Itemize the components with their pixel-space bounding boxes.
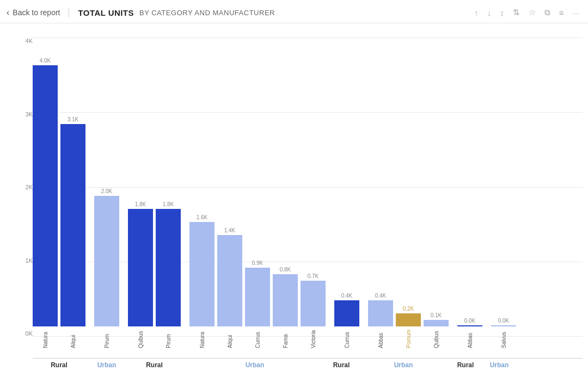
bar-group-14: 0.1K xyxy=(424,312,449,326)
menu-icon[interactable]: ≡ xyxy=(559,8,564,17)
bar-group-5: 1.8K xyxy=(156,201,181,326)
category-label-urban-2: Urban xyxy=(246,361,265,369)
x-label-currus-urban: Currus xyxy=(245,329,270,348)
y-label-1k: 1K xyxy=(26,257,33,264)
bar-group-16: 0.0K xyxy=(491,318,516,326)
x-label-name-7: Aliqui xyxy=(227,329,233,348)
bar-value-2: 3.1K xyxy=(68,116,79,122)
bar-group-15: 0.0K xyxy=(457,318,482,326)
bar-6 xyxy=(189,222,215,326)
bookmark-icon[interactable]: ☆ xyxy=(529,8,536,17)
x-label-pirum-rural: Pirum xyxy=(156,329,181,348)
bar-3 xyxy=(94,196,119,326)
category-urban-4: Urban xyxy=(487,360,512,369)
category-urban-2: Urban xyxy=(189,360,320,369)
bar-2 xyxy=(60,124,85,326)
page-header: ‹ Back to report TOTAL UNITS BY CATEGORY… xyxy=(0,0,588,23)
x-label-pomum-urban: Pomum xyxy=(396,329,421,348)
y-axis: 4K 3K 2K 1K 0K xyxy=(13,32,33,369)
header-title: TOTAL UNITS BY CATEGORY AND MANUFACTURER xyxy=(69,8,275,17)
bar-group-3: 2.0K xyxy=(94,188,119,326)
x-label-name-3: Pirum xyxy=(104,329,110,348)
back-label: Back to report xyxy=(13,8,60,17)
bar-14 xyxy=(424,320,449,326)
bar-11 xyxy=(334,300,359,326)
bar-group-7: 1.4K xyxy=(217,227,242,326)
x-label-aliqui-rural: Aliqui xyxy=(60,329,85,348)
y-label-3k: 3K xyxy=(26,111,33,118)
chart-content: 4.0K 3.1K 2.0K 1.8K xyxy=(33,32,583,369)
bar-13 xyxy=(396,313,421,326)
x-label-name-12: Abbas xyxy=(378,329,384,348)
category-label-rural-2: Rural xyxy=(146,361,163,369)
back-link[interactable]: ‹ Back to report xyxy=(7,8,69,17)
back-chevron-icon: ‹ xyxy=(7,8,9,17)
x-label-pirum-urban: Pirum xyxy=(94,329,119,348)
bar-9 xyxy=(273,274,298,326)
x-label-name-15: Abbas xyxy=(467,329,473,348)
x-label-name-9: Fama xyxy=(283,329,289,348)
category-labels-row: Rural Urban Rural Urban Rural xyxy=(33,358,583,369)
bar-value-14: 0.1K xyxy=(431,312,442,318)
bar-value-8: 0.9K xyxy=(252,260,264,266)
bar-12 xyxy=(368,300,393,326)
bar-value-7: 1.4K xyxy=(224,227,236,233)
copy-icon[interactable]: ⧉ xyxy=(544,8,550,17)
x-label-natura-rural: Natura xyxy=(33,329,58,348)
x-label-natura-urban: Natura xyxy=(189,329,215,348)
y-label-0k: 0K xyxy=(26,330,33,337)
bar-value-3: 2.0K xyxy=(101,188,113,194)
x-label-name-16: Salvus xyxy=(501,329,507,348)
bar-value-4: 1.8K xyxy=(135,201,146,207)
x-label-quibus-urban: Quibus xyxy=(424,329,449,348)
bar-value-9: 0.8K xyxy=(280,267,291,273)
x-label-name-11: Currus xyxy=(344,329,350,348)
x-label-name-6: Natura xyxy=(199,329,205,348)
bar-4 xyxy=(128,209,153,326)
x-label-name-2: Aliqui xyxy=(70,329,76,348)
bar-5 xyxy=(156,209,181,326)
bar-10 xyxy=(301,281,326,326)
category-label-rural-3: Rural xyxy=(333,361,350,369)
bar-group-9: 0.8K xyxy=(273,267,298,326)
bar-value-6: 1.6K xyxy=(197,214,208,220)
bar-value-1: 4.0K xyxy=(40,58,51,64)
title-sub: BY CATEGORY AND MANUFACTURER xyxy=(139,9,275,17)
category-label-urban-3: Urban xyxy=(394,361,413,369)
x-label-fama-urban: Fama xyxy=(273,329,298,348)
bar-16 xyxy=(491,325,516,326)
header-left: ‹ Back to report TOTAL UNITS BY CATEGORY… xyxy=(7,8,275,17)
sort-desc-icon[interactable]: ↓ xyxy=(487,8,492,17)
bar-1 xyxy=(33,65,58,326)
chart-area: 4K 3K 2K 1K 0K 4.0K 3.1K xyxy=(0,23,588,369)
more-icon[interactable]: ··· xyxy=(572,8,579,17)
category-rural-4: Rural xyxy=(453,360,478,369)
bar-group-6: 1.6K xyxy=(189,214,215,326)
x-label-abbas-rural: Abbas xyxy=(457,329,482,348)
bar-value-5: 1.8K xyxy=(163,201,174,207)
x-label-salvus-urban: Salvus xyxy=(491,329,516,348)
x-labels-row: Natura Aliqui Pirum Quibus Pirum xyxy=(33,326,583,358)
header-icons: ↑ ↓ ↕ ⇅ ☆ ⧉ ≡ ··· xyxy=(474,8,579,17)
x-label-victoria-urban: Victoria xyxy=(301,329,326,348)
x-label-name-10: Victoria xyxy=(310,329,316,348)
category-label-urban-4: Urban xyxy=(490,361,509,369)
x-label-quibus-rural: Quibus xyxy=(128,329,153,348)
filter-icon[interactable]: ⇅ xyxy=(513,8,520,17)
bar-7 xyxy=(217,235,242,326)
x-label-name-14: Quibus xyxy=(433,329,439,348)
title-main: TOTAL UNITS xyxy=(78,8,133,17)
sort-asc-icon[interactable]: ↑ xyxy=(474,8,479,17)
x-label-aliqui-urban: Aliqui xyxy=(217,329,242,348)
bar-group-12: 0.4K xyxy=(368,293,393,326)
y-label-2k: 2K xyxy=(26,184,33,190)
category-rural-3: Rural xyxy=(329,360,354,369)
bar-value-11: 0.4K xyxy=(341,293,353,299)
bar-group-2: 3.1K xyxy=(60,116,85,326)
category-rural-1: Rural xyxy=(33,360,85,369)
category-urban-1: Urban xyxy=(94,360,119,369)
category-label-rural-4: Rural xyxy=(457,361,474,369)
sort-both-icon[interactable]: ↕ xyxy=(500,8,504,17)
category-rural-2: Rural xyxy=(128,360,181,369)
x-label-abbas-urban: Abbas xyxy=(368,329,393,348)
